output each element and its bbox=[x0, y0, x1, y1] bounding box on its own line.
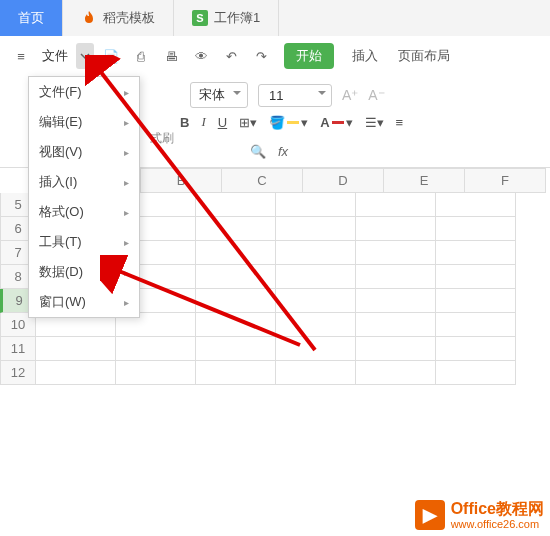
menu-tools[interactable]: 工具(T)▸ bbox=[29, 227, 139, 257]
cell[interactable] bbox=[356, 193, 436, 217]
cell[interactable] bbox=[356, 217, 436, 241]
file-dropdown-button[interactable] bbox=[76, 43, 94, 69]
zoom-icon[interactable]: 🔍 bbox=[250, 144, 266, 159]
cell[interactable] bbox=[196, 361, 276, 385]
row-head-12[interactable]: 12 bbox=[0, 361, 36, 385]
cell[interactable] bbox=[276, 337, 356, 361]
tab-workbook[interactable]: S 工作簿1 bbox=[174, 0, 279, 36]
align-button[interactable]: ≡ bbox=[396, 115, 404, 130]
cell[interactable] bbox=[276, 193, 356, 217]
cell[interactable] bbox=[356, 313, 436, 337]
font-color-button[interactable]: A▾ bbox=[320, 115, 352, 130]
cell[interactable] bbox=[276, 313, 356, 337]
format-painter-label: 式刷 bbox=[150, 130, 174, 147]
menu-edit[interactable]: 编辑(E)▸ bbox=[29, 107, 139, 137]
italic-button[interactable]: I bbox=[201, 114, 205, 130]
chevron-right-icon: ▸ bbox=[124, 117, 129, 128]
cell[interactable] bbox=[196, 289, 276, 313]
column-headers: B C D E F bbox=[140, 168, 550, 193]
office-logo-icon: ▶ bbox=[415, 500, 445, 530]
cell[interactable] bbox=[196, 337, 276, 361]
watermark-url: www.office26.com bbox=[451, 518, 544, 530]
font-name-value: 宋体 bbox=[199, 87, 225, 102]
row-head-11[interactable]: 11 bbox=[0, 337, 36, 361]
cell[interactable] bbox=[436, 193, 516, 217]
menu-data[interactable]: 数据(D)▸ bbox=[29, 257, 139, 287]
menu-icon[interactable]: ≡ bbox=[8, 43, 34, 69]
cell[interactable] bbox=[356, 337, 436, 361]
cell[interactable] bbox=[436, 265, 516, 289]
print-icon[interactable]: 🖶 bbox=[158, 43, 184, 69]
insert-label: 插入 bbox=[352, 48, 378, 63]
file-label: 文件 bbox=[42, 47, 68, 65]
cell[interactable] bbox=[436, 337, 516, 361]
menu-file[interactable]: 文件(F)▸ bbox=[29, 77, 139, 107]
font-name-select[interactable]: 宋体 bbox=[190, 82, 248, 108]
save-icon[interactable]: 📄 bbox=[98, 43, 124, 69]
cell[interactable] bbox=[196, 241, 276, 265]
cell[interactable] bbox=[356, 289, 436, 313]
page-layout-label: 页面布局 bbox=[398, 48, 450, 63]
spreadsheet-icon: S bbox=[192, 10, 208, 26]
insert-tab[interactable]: 插入 bbox=[344, 43, 386, 69]
fill-color-button[interactable]: 🪣▾ bbox=[269, 115, 308, 130]
decrease-font-icon[interactable]: A⁻ bbox=[368, 87, 384, 103]
bold-button[interactable]: B bbox=[180, 115, 189, 130]
start-tab[interactable]: 开始 bbox=[284, 43, 334, 69]
font-size-select[interactable]: 11 bbox=[258, 84, 332, 107]
font-size-value: 11 bbox=[269, 88, 283, 103]
redo-icon[interactable]: ↷ bbox=[248, 43, 274, 69]
cell[interactable] bbox=[436, 217, 516, 241]
cell[interactable] bbox=[436, 241, 516, 265]
start-label: 开始 bbox=[296, 48, 322, 63]
cell[interactable] bbox=[276, 289, 356, 313]
col-head-f[interactable]: F bbox=[465, 168, 546, 193]
cell[interactable] bbox=[276, 241, 356, 265]
tab-home-label: 首页 bbox=[18, 9, 44, 27]
cell[interactable] bbox=[196, 193, 276, 217]
fx-label[interactable]: fx bbox=[278, 144, 288, 159]
cell[interactable] bbox=[196, 217, 276, 241]
chevron-right-icon: ▸ bbox=[124, 267, 129, 278]
cell[interactable] bbox=[116, 337, 196, 361]
cell[interactable] bbox=[276, 265, 356, 289]
increase-font-icon[interactable]: A⁺ bbox=[342, 87, 358, 103]
flame-icon bbox=[81, 10, 97, 26]
cell[interactable] bbox=[356, 361, 436, 385]
chevron-right-icon: ▸ bbox=[124, 237, 129, 248]
border-button[interactable]: ⊞▾ bbox=[239, 115, 257, 130]
cell[interactable] bbox=[36, 361, 116, 385]
undo-icon[interactable]: ↶ bbox=[218, 43, 244, 69]
cell[interactable] bbox=[276, 217, 356, 241]
col-head-e[interactable]: E bbox=[384, 168, 465, 193]
watermark-title: Office教程网 bbox=[451, 500, 544, 518]
menu-view[interactable]: 视图(V)▸ bbox=[29, 137, 139, 167]
cell[interactable] bbox=[356, 241, 436, 265]
underline-button[interactable]: U bbox=[218, 115, 227, 130]
output-icon[interactable]: ⎙ bbox=[128, 43, 154, 69]
col-head-b[interactable]: B bbox=[140, 168, 222, 193]
menu-insert[interactable]: 插入(I)▸ bbox=[29, 167, 139, 197]
cell[interactable] bbox=[116, 361, 196, 385]
menu-window[interactable]: 窗口(W)▸ bbox=[29, 287, 139, 317]
chevron-right-icon: ▸ bbox=[124, 177, 129, 188]
cell[interactable] bbox=[196, 313, 276, 337]
tab-template[interactable]: 稻壳模板 bbox=[63, 0, 174, 36]
svg-text:S: S bbox=[196, 12, 203, 24]
merge-button[interactable]: ☰▾ bbox=[365, 115, 384, 130]
file-button[interactable]: 文件 bbox=[38, 47, 72, 65]
cell[interactable] bbox=[356, 265, 436, 289]
cell[interactable] bbox=[276, 361, 356, 385]
cell[interactable] bbox=[196, 265, 276, 289]
file-dropdown-menu: 文件(F)▸ 编辑(E)▸ 视图(V)▸ 插入(I)▸ 格式(O)▸ 工具(T)… bbox=[28, 76, 140, 318]
col-head-c[interactable]: C bbox=[222, 168, 303, 193]
cell[interactable] bbox=[436, 313, 516, 337]
cell[interactable] bbox=[436, 289, 516, 313]
cell[interactable] bbox=[436, 361, 516, 385]
col-head-d[interactable]: D bbox=[303, 168, 384, 193]
tab-home[interactable]: 首页 bbox=[0, 0, 63, 36]
page-layout-tab[interactable]: 页面布局 bbox=[390, 43, 458, 69]
cell[interactable] bbox=[36, 337, 116, 361]
preview-icon[interactable]: 👁 bbox=[188, 43, 214, 69]
menu-format[interactable]: 格式(O)▸ bbox=[29, 197, 139, 227]
